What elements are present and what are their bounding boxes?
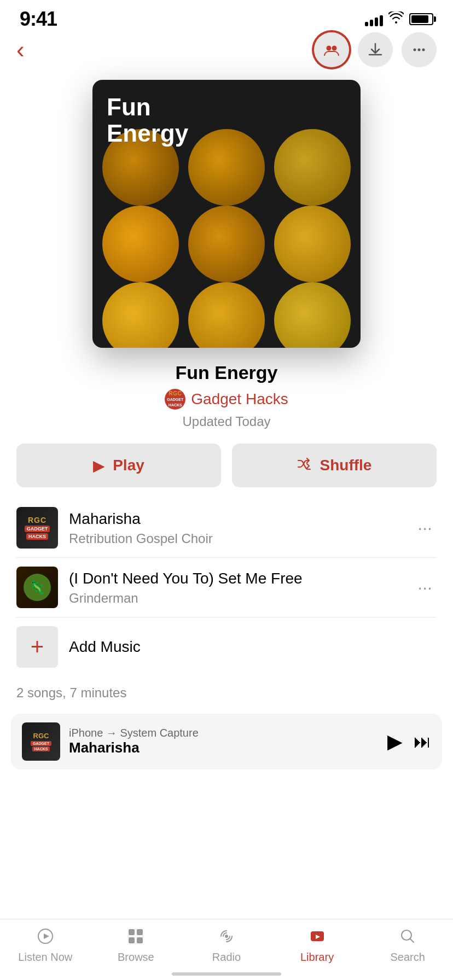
more-options-button[interactable]	[402, 32, 437, 67]
signal-icon	[365, 12, 383, 26]
tab-search-label: Search	[390, 951, 425, 964]
song-more-button-2[interactable]: ···	[413, 573, 437, 602]
tab-radio-label: Radio	[212, 951, 241, 964]
mini-player-art: RGC GADGET HACKS	[22, 722, 60, 761]
playlist-info: Fun Energy RGC GADGET HACKS Gadget Hacks…	[0, 353, 453, 433]
curator-name[interactable]: Gadget Hacks	[191, 390, 288, 408]
tab-library-label: Library	[300, 951, 334, 964]
shuffle-label: Shuffle	[320, 457, 372, 474]
mini-play-button[interactable]: ▶	[387, 730, 403, 753]
back-button[interactable]: ‹	[16, 36, 25, 63]
songs-count: 2 songs, 7 minutes	[0, 676, 453, 714]
svg-marker-6	[44, 934, 49, 939]
library-icon	[308, 927, 327, 948]
share-playlist-button[interactable]	[314, 32, 349, 67]
playlist-updated: Updated Today	[16, 414, 437, 429]
song-title-1: Maharisha	[69, 509, 402, 529]
shuffle-button[interactable]: Shuffle	[232, 444, 437, 487]
mini-player-info: iPhone → System Capture Maharisha	[69, 727, 379, 756]
svg-point-4	[422, 49, 425, 51]
circles-grid	[92, 124, 361, 348]
tab-listen-now[interactable]: Listen Now	[18, 927, 73, 964]
battery-icon	[409, 13, 433, 25]
song-art-1: RGC GADGET HACKS	[16, 507, 58, 549]
plus-icon: +	[31, 634, 44, 660]
status-icons	[365, 11, 433, 27]
song-art-2: 🦎	[16, 567, 58, 608]
song-artist-1: Retribution Gospel Choir	[69, 531, 402, 546]
add-music-label: Add Music	[69, 638, 141, 656]
status-time: 9:41	[20, 8, 57, 31]
svg-rect-8	[137, 929, 143, 935]
svg-rect-10	[137, 937, 143, 943]
tab-library[interactable]: Library	[290, 927, 345, 964]
shuffle-icon	[297, 456, 312, 475]
mini-player-source: iPhone → System Capture	[69, 727, 379, 739]
album-art-container: FunEnergy	[0, 69, 453, 353]
nav-bar: ‹	[0, 31, 453, 69]
tab-browse-label: Browse	[118, 951, 154, 964]
tab-radio[interactable]: Radio	[199, 927, 254, 964]
mini-skip-button[interactable]: ⏭	[414, 732, 431, 752]
home-indicator	[172, 972, 281, 976]
song-item-2[interactable]: 🦎 (I Don't Need You To) Set Me Free Grin…	[16, 558, 437, 617]
add-music-item[interactable]: + Add Music	[16, 617, 437, 676]
svg-point-0	[327, 46, 332, 51]
tab-listen-now-label: Listen Now	[18, 951, 72, 964]
search-icon	[398, 927, 417, 948]
song-list: RGC GADGET HACKS Maharisha Retribution G…	[0, 498, 453, 676]
mini-player-title: Maharisha	[69, 739, 379, 756]
play-button[interactable]: ▶ Play	[16, 444, 221, 487]
svg-point-2	[414, 49, 416, 51]
tab-browse[interactable]: Browse	[108, 927, 163, 964]
play-label: Play	[113, 457, 144, 474]
playlist-curator: RGC GADGET HACKS Gadget Hacks	[16, 389, 437, 410]
album-art: FunEnergy	[92, 80, 361, 348]
svg-point-11	[225, 935, 228, 938]
mini-player-controls: ▶ ⏭	[387, 730, 431, 753]
svg-rect-7	[129, 929, 135, 935]
download-button[interactable]	[358, 32, 393, 67]
tab-bar: Listen Now Browse Radio	[0, 919, 453, 980]
song-artist-2: Grinderman	[69, 591, 402, 606]
status-bar: 9:41	[0, 0, 453, 31]
song-info-2: (I Don't Need You To) Set Me Free Grinde…	[69, 569, 402, 606]
radio-icon	[217, 927, 236, 948]
wifi-icon	[388, 11, 404, 27]
browse-icon	[126, 927, 145, 948]
mini-player[interactable]: RGC GADGET HACKS iPhone → System Capture…	[11, 714, 442, 769]
svg-rect-9	[129, 937, 135, 943]
svg-point-3	[418, 49, 421, 51]
song-title-2: (I Don't Need You To) Set Me Free	[69, 569, 402, 588]
album-art-title: FunEnergy	[107, 94, 188, 147]
add-music-button[interactable]: +	[16, 626, 58, 668]
svg-point-1	[332, 46, 337, 51]
song-item[interactable]: RGC GADGET HACKS Maharisha Retribution G…	[16, 498, 437, 558]
tab-search[interactable]: Search	[380, 927, 435, 964]
play-icon: ▶	[93, 457, 105, 475]
action-buttons: ▶ Play Shuffle	[0, 433, 453, 498]
nav-actions	[314, 32, 437, 67]
listen-now-icon	[36, 927, 55, 948]
song-more-button-1[interactable]: ···	[413, 514, 437, 542]
song-info-1: Maharisha Retribution Gospel Choir	[69, 509, 402, 546]
curator-badge: RGC GADGET HACKS	[165, 389, 185, 410]
playlist-title: Fun Energy	[16, 362, 437, 383]
